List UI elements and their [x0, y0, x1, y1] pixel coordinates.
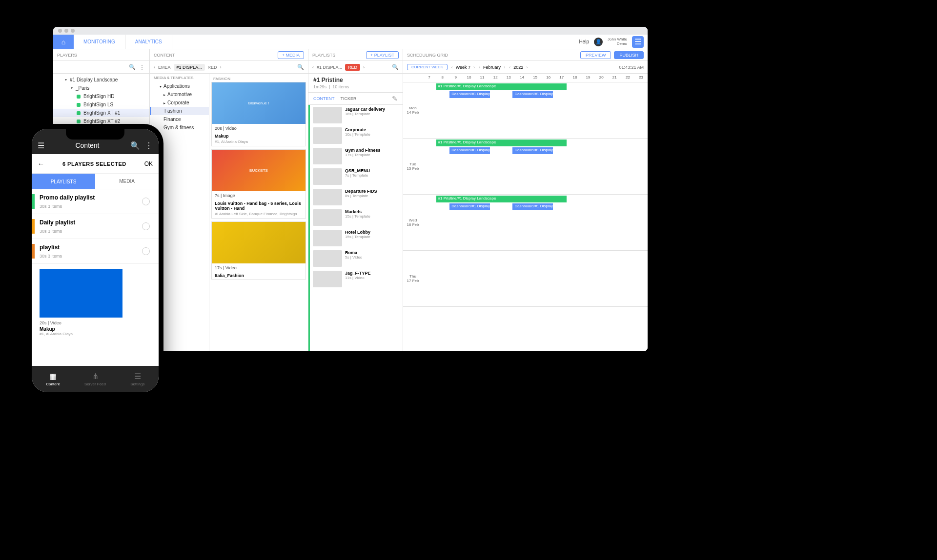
phone-playlist-item[interactable]: Promo daily playlist30s 3 items [32, 189, 159, 214]
tab-content[interactable]: CONTENT [313, 96, 335, 101]
month-prev[interactable]: ‹ [479, 65, 480, 70]
nav-settings[interactable]: ☰Settings [116, 366, 159, 392]
playlist-item[interactable]: Roma5s | Video [310, 248, 403, 269]
playlists-crumbs: ‹ #1 DISPLA... RED › 🔍 [308, 61, 403, 74]
crumb-prev[interactable]: ‹ [154, 65, 155, 70]
add-media-button[interactable]: + MEDIA [278, 51, 304, 59]
ok-button[interactable]: OK [144, 160, 153, 167]
playlist-item[interactable]: Gym and Fitness17s | Template [310, 146, 403, 166]
playlists-panel: PLAYLISTS + PLAYLIST ‹ #1 DISPLA... RED … [308, 49, 403, 351]
radio-icon[interactable] [142, 222, 150, 230]
week-next[interactable]: › [473, 65, 475, 70]
crumb-chip[interactable]: #1 DISPLA... [174, 64, 205, 71]
event-blue[interactable]: Dashboard/#1 Display [449, 91, 490, 98]
more-icon[interactable]: ⋮ [139, 63, 145, 71]
month-label: February [483, 65, 501, 70]
avatar-icon[interactable]: 👤 [594, 38, 603, 46]
event-blue[interactable]: Dashboard/#1 Display [512, 91, 553, 98]
item-meta: 11s | Video [345, 276, 400, 280]
playlist-item[interactable]: QSR_MENU7s | Template [310, 166, 403, 187]
home-button[interactable]: ⌂ [53, 35, 74, 49]
event-green[interactable]: #1 Pristine/#1 Display Landscape [436, 140, 567, 146]
event-blue[interactable]: Dashboard/#1 Display [449, 203, 490, 210]
event-green[interactable]: #1 Pristine/#1 Display Landscape [436, 196, 567, 202]
nav-server-feed[interactable]: ⋔Server Feed [74, 366, 117, 392]
hour-cell: 7 [423, 74, 436, 82]
players-header: PLAYERS [53, 49, 149, 61]
playlist-item[interactable]: Jaguar car delivery16s | Template [310, 105, 403, 125]
event-blue[interactable]: Dashboard/#1 Display [449, 147, 490, 154]
nav-monitoring[interactable]: MONITORING [74, 35, 125, 49]
crumb-prev[interactable]: ‹ [312, 65, 314, 70]
phone-playlist-item[interactable]: playlist30s 3 items [32, 239, 159, 264]
year-next[interactable]: › [526, 65, 528, 70]
category-header: MEDIA & TEMPLATES [150, 74, 209, 82]
day-track[interactable]: #1 Pristine/#1 Display LandscapeDashboar… [423, 82, 648, 138]
crumb-next[interactable]: › [220, 65, 222, 70]
media-card[interactable]: Bienvenue ! 20s | Video Makup #1, Al Ara… [211, 82, 306, 146]
year-prev[interactable]: ‹ [509, 65, 510, 70]
current-week-chip[interactable]: CURRENT WEEK [407, 64, 448, 70]
radio-icon[interactable] [142, 247, 150, 255]
player-item[interactable]: BrightSign LS [53, 100, 149, 109]
event-blue[interactable]: Dashboard/#1 Display [512, 203, 553, 210]
search-icon[interactable]: 🔍 [129, 64, 136, 70]
add-playlist-button[interactable]: + PLAYLIST [366, 51, 399, 59]
day-track[interactable] [423, 251, 648, 306]
media-card[interactable]: 17s | Video Italia_Fashion [211, 221, 306, 280]
tab-playlists[interactable]: PLAYLISTS [32, 174, 95, 189]
category-item[interactable]: Automotive [150, 90, 209, 99]
tree-root[interactable]: ▾#1 Display Landscape [53, 76, 149, 84]
crumb-next[interactable]: › [363, 65, 365, 70]
playlist-item[interactable]: Hotel Lobby15s | Template [310, 228, 403, 248]
playlist-item[interactable]: Markets15s | Template [310, 207, 403, 228]
playlist-edit-icon[interactable]: ✎ [392, 95, 398, 102]
nav-analytics[interactable]: ANALYTICS [125, 35, 172, 49]
category-item[interactable]: Corporate [150, 99, 209, 107]
tree-group[interactable]: ▾_Paris [53, 84, 149, 92]
phone-media-card[interactable]: 20s | VideoMakup#1, Al Arabia Olaya [32, 264, 159, 341]
publish-button[interactable]: PUBLISH [614, 51, 644, 59]
crumb[interactable]: EMEA [158, 65, 171, 70]
category-item[interactable]: Finance [150, 115, 209, 123]
playlist-item[interactable]: Corporate10s | Template [310, 125, 403, 146]
category-item-selected[interactable]: Fashion [150, 107, 209, 115]
back-icon[interactable]: ← [38, 160, 44, 168]
day-track[interactable]: #1 Pristine/#1 Display LandscapeDashboar… [423, 195, 648, 250]
day-row: Tue15 Feb#1 Pristine/#1 Display Landscap… [403, 139, 648, 195]
tab-ticker[interactable]: TICKER [341, 96, 357, 101]
player-item[interactable]: BrightSign XT #1 [53, 109, 149, 117]
min-dot[interactable] [64, 29, 68, 33]
crumb[interactable]: #1 DISPLA... [317, 65, 342, 70]
search-icon[interactable]: 🔍 [297, 64, 304, 70]
settings-button[interactable]: ☰ [632, 36, 644, 48]
nav-content[interactable]: ▦Content [32, 366, 74, 392]
preview-button[interactable]: PREVIEW [580, 51, 611, 59]
tab-media[interactable]: MEDIA [95, 174, 159, 189]
radio-icon[interactable] [142, 198, 150, 205]
month-next[interactable]: › [504, 65, 505, 70]
event-green[interactable]: #1 Pristine/#1 Display Landscape [436, 83, 567, 90]
help-link[interactable]: Help [579, 39, 589, 44]
search-icon[interactable]: 🔍 [392, 64, 399, 70]
media-card[interactable]: BUCKETS 7s | Image Louis Vuitton - Hand … [211, 149, 306, 219]
item-thumb [313, 250, 342, 267]
category-root[interactable]: Applications [150, 82, 209, 90]
crumb-chip[interactable]: RED [345, 64, 360, 71]
playlist-item[interactable]: Departure FIDS8s | Template [310, 187, 403, 207]
search-icon[interactable]: 🔍 [130, 141, 140, 150]
media-list: FASHION Bienvenue ! 20s | Video Makup #1… [209, 74, 308, 351]
max-dot[interactable] [71, 29, 75, 33]
more-icon[interactable]: ⋮ [145, 141, 153, 150]
day-track[interactable]: #1 Pristine/#1 Display LandscapeDashboar… [423, 139, 648, 194]
menu-icon[interactable]: ☰ [38, 141, 44, 150]
player-item[interactable]: BrightSign HD [53, 92, 149, 100]
crumb[interactable]: RED [208, 65, 217, 70]
phone-playlist-item[interactable]: Daily playlist30s 3 items [32, 214, 159, 239]
week-prev[interactable]: ‹ [451, 65, 453, 70]
media-list-header: FASHION [211, 76, 306, 82]
event-blue[interactable]: Dashboard/#1 Display [512, 147, 553, 154]
close-dot[interactable] [58, 29, 62, 33]
playlist-item[interactable]: Jag_F-TYPE11s | Video [310, 269, 403, 289]
media-title: Louis Vuitton - Hand bag - 5 series, Lou… [212, 200, 306, 212]
